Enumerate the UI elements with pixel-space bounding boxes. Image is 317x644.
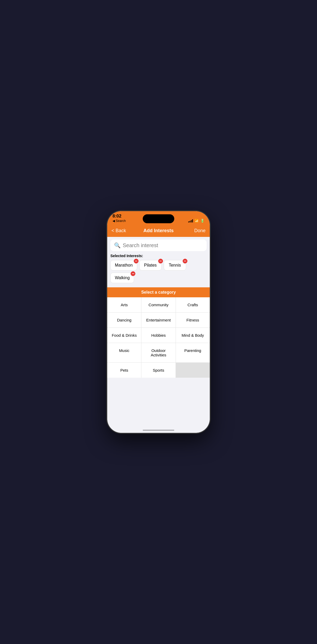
dynamic-island [143, 214, 174, 223]
chip-walking-label: Walking [115, 276, 130, 280]
battery-icon: 🔋 [200, 219, 204, 223]
category-hobbies[interactable]: Hobbies [141, 328, 175, 343]
chip-marathon[interactable]: Marathon − [110, 260, 137, 271]
signal-bar-1 [188, 221, 189, 222]
category-header: Select a category [107, 287, 210, 297]
category-mind-body[interactable]: Mind & Body [176, 328, 210, 343]
signal-bars-icon [188, 219, 193, 222]
page-title: Add Interests [135, 228, 182, 233]
home-indicator [143, 430, 174, 431]
bottom-area [107, 378, 210, 433]
status-back-text[interactable]: ◀ Search [113, 219, 126, 223]
chip-marathon-label: Marathon [115, 263, 133, 267]
back-button[interactable]: < Back [111, 228, 135, 233]
category-music[interactable]: Music [107, 343, 141, 362]
category-parenting[interactable]: Parenting [176, 343, 210, 362]
chip-walking[interactable]: Walking − [110, 273, 134, 283]
signal-bar-2 [190, 221, 190, 222]
signal-bar-3 [191, 220, 192, 222]
status-icons: 📶 🔋 [188, 219, 204, 223]
selected-chips-container: Marathon − Pilates − Tennis − Walking − [110, 260, 207, 283]
chip-pilates-label: Pilates [144, 263, 157, 267]
category-food-drinks[interactable]: Food & Drinks [107, 328, 141, 343]
category-community[interactable]: Community [141, 297, 175, 312]
category-dancing[interactable]: Dancing [107, 313, 141, 328]
chip-pilates-remove[interactable]: − [158, 258, 163, 264]
chip-tennis-remove[interactable]: − [182, 258, 188, 264]
done-button[interactable]: Done [182, 228, 206, 233]
chip-tennis-label: Tennis [169, 263, 181, 267]
search-icon: 🔍 [114, 242, 121, 248]
status-time: 8:02 [113, 214, 121, 219]
chip-walking-remove[interactable]: − [130, 271, 136, 277]
categories-grid: ArtsCommunityCraftsDancingEntertainmentF… [107, 297, 210, 378]
category-outdoor-activities[interactable]: Outdoor Activities [141, 343, 175, 362]
search-input[interactable] [123, 242, 203, 248]
phone-frame: 8:02 ◀ Search 📶 🔋 < Back Add Interests D… [107, 211, 210, 433]
chip-pilates[interactable]: Pilates − [139, 260, 162, 271]
selected-interests-section: Selected Interests: Marathon − Pilates −… [107, 251, 210, 285]
chip-marathon-remove[interactable]: − [133, 258, 139, 264]
category-header-text: Select a category [141, 290, 176, 294]
search-bar: 🔍 [110, 240, 207, 251]
signal-bar-4 [192, 219, 193, 222]
category-sports[interactable]: Sports [141, 363, 175, 378]
category-entertainment[interactable]: Entertainment [141, 313, 175, 328]
selected-label: Selected Interests: [110, 254, 207, 258]
category-fitness[interactable]: Fitness [176, 313, 210, 328]
wifi-icon: 📶 [195, 219, 199, 223]
category-pets[interactable]: Pets [107, 363, 141, 378]
category-arts[interactable]: Arts [107, 297, 141, 312]
chip-tennis[interactable]: Tennis − [164, 260, 186, 271]
category-crafts[interactable]: Crafts [176, 297, 210, 312]
phone-screen: 8:02 ◀ Search 📶 🔋 < Back Add Interests D… [107, 211, 210, 433]
nav-bar: < Back Add Interests Done [107, 224, 210, 237]
